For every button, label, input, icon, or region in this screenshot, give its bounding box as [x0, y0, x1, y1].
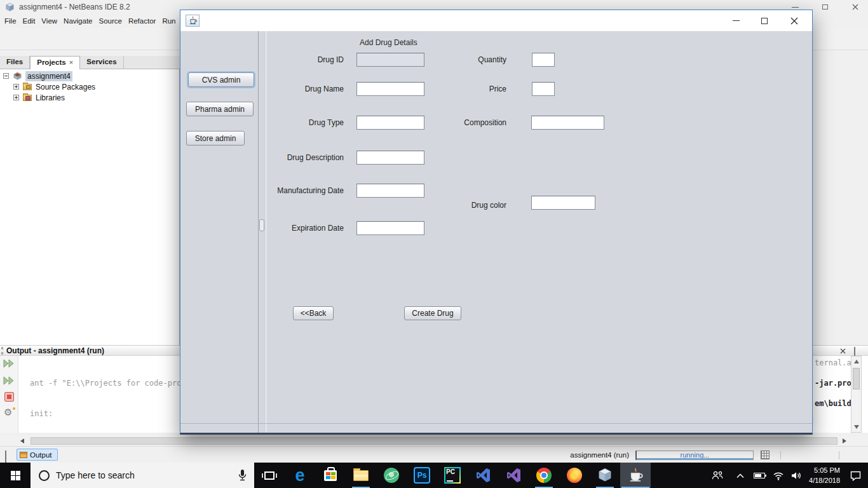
- taskbar-search[interactable]: [31, 463, 254, 488]
- battery-icon: [754, 473, 765, 478]
- network-status[interactable]: [769, 463, 788, 488]
- tree-node-label[interactable]: Source Packages: [36, 83, 95, 92]
- pharma-admin-button[interactable]: Pharma admin: [186, 102, 254, 116]
- restore-panel-icon[interactable]: [5, 451, 6, 463]
- java-maximize-button[interactable]: [754, 14, 775, 27]
- libraries-folder-icon: [23, 95, 32, 101]
- edge-icon: e: [295, 467, 304, 484]
- microphone-icon[interactable]: [237, 469, 248, 482]
- stop-button[interactable]: [4, 392, 14, 402]
- console-line: ant -f "E:\\Projects for code-proj: [30, 378, 186, 388]
- collapse-toggle-icon[interactable]: [3, 73, 9, 79]
- status-task-label: assignment4 (run): [534, 451, 629, 459]
- java-close-button[interactable]: [784, 14, 804, 27]
- tray-expand-button[interactable]: [731, 463, 750, 488]
- action-center-button[interactable]: [844, 463, 867, 488]
- java-window-titlebar[interactable]: [180, 10, 812, 31]
- panel-drag-grip[interactable]: [1, 347, 3, 355]
- price-field[interactable]: [532, 82, 555, 96]
- output-window-icon: [20, 452, 27, 458]
- taskbar-app-atom[interactable]: [376, 463, 407, 488]
- netbeans-restore-button[interactable]: [814, 0, 836, 14]
- menu-file[interactable]: File: [1, 15, 20, 27]
- create-drug-button[interactable]: Create Drug: [404, 306, 461, 320]
- wifi-icon: [773, 471, 784, 480]
- taskbar-app-edge[interactable]: e: [285, 463, 315, 488]
- people-button[interactable]: [707, 463, 728, 488]
- taskbar-app-netbeans[interactable]: [590, 463, 620, 488]
- drug-description-field[interactable]: [356, 151, 424, 165]
- expand-toggle-icon[interactable]: [13, 95, 19, 100]
- menu-navigate[interactable]: Navigate: [60, 15, 95, 27]
- battery-status[interactable]: [750, 463, 769, 488]
- tab-projects[interactable]: Projects×: [30, 56, 80, 69]
- java-app-window: CVS admin Pharma admin Store admin Add D…: [180, 10, 813, 435]
- background-process-icon[interactable]: [761, 451, 770, 459]
- taskbar-app-pycharm[interactable]: PC: [437, 463, 468, 488]
- close-icon: [852, 4, 858, 10]
- screen: assignment4 - NetBeans IDE 8.2 File Edit…: [0, 0, 868, 488]
- netbeans-close-button[interactable]: [844, 0, 866, 14]
- drug-color-field[interactable]: [531, 196, 595, 210]
- visual-studio-purple-icon: [506, 468, 521, 483]
- taskbar-app-file-explorer[interactable]: [346, 463, 376, 488]
- quantity-label: Quantity: [392, 55, 506, 64]
- clock-time: 5:05 PM: [798, 465, 840, 475]
- output-minimized-tab[interactable]: Output: [17, 449, 58, 461]
- scroll-down-icon[interactable]: [854, 425, 859, 429]
- taskbar-app-chrome[interactable]: [529, 463, 559, 488]
- manufacturing-date-field[interactable]: [356, 184, 424, 198]
- scrollbar-thumb[interactable]: [853, 368, 860, 390]
- scrollbar-thumb[interactable]: [31, 437, 837, 445]
- rerun-button[interactable]: [3, 359, 15, 368]
- manufacturing-date-label: Manufacturing Date: [198, 186, 344, 195]
- taskbar-app-store[interactable]: [315, 463, 346, 488]
- clock-date: 4/18/2018: [798, 475, 840, 485]
- back-button[interactable]: <<Back: [293, 306, 334, 320]
- tree-node-label[interactable]: Libraries: [36, 93, 65, 102]
- store-admin-button[interactable]: Store admin: [186, 131, 245, 146]
- tree-node-libraries[interactable]: Libraries: [0, 93, 180, 103]
- start-button[interactable]: [0, 463, 31, 488]
- tab-files[interactable]: Files: [0, 56, 30, 69]
- scroll-left-icon[interactable]: [20, 438, 24, 444]
- java-minimize-button[interactable]: [726, 14, 746, 27]
- progress-label: running...: [681, 451, 710, 459]
- quantity-field[interactable]: [532, 53, 555, 67]
- taskbar-app-photoshop[interactable]: Ps: [407, 463, 437, 488]
- search-input[interactable]: [56, 470, 208, 480]
- composition-field[interactable]: [531, 116, 604, 130]
- scroll-up-icon[interactable]: [854, 360, 859, 363]
- expiration-date-field[interactable]: [356, 221, 424, 235]
- scroll-right-icon[interactable]: [843, 438, 846, 444]
- progress-bar: running...: [635, 451, 754, 460]
- minimize-icon: [792, 7, 799, 8]
- console-vertical-scrollbar[interactable]: [851, 356, 862, 433]
- taskbar-clock[interactable]: 5:05 PM 4/18/2018: [798, 465, 840, 485]
- tree-node-source-packages[interactable]: Source Packages: [0, 82, 180, 92]
- taskbar-app-visual-studio-blue[interactable]: [468, 463, 498, 488]
- tree-node-label[interactable]: assignment4: [25, 71, 72, 81]
- tab-services[interactable]: Services: [80, 56, 123, 69]
- expand-toggle-icon[interactable]: [13, 84, 19, 90]
- menu-view[interactable]: View: [38, 15, 60, 27]
- tree-node-assignment4[interactable]: assignment4: [0, 71, 180, 81]
- menu-refactor[interactable]: Refactor: [125, 15, 159, 27]
- taskbar-app-java[interactable]: [620, 463, 651, 488]
- task-view-button[interactable]: [254, 463, 285, 488]
- drug-color-label: Drug color: [392, 201, 506, 210]
- taskbar-app-visual-studio-purple[interactable]: [498, 463, 529, 488]
- tab-close-icon[interactable]: ×: [69, 58, 74, 66]
- output-close-button[interactable]: [840, 348, 846, 354]
- menu-source[interactable]: Source: [95, 15, 125, 27]
- menu-edit[interactable]: Edit: [20, 15, 39, 27]
- horizontal-scrollbar[interactable]: [0, 436, 868, 446]
- visual-studio-blue-icon: [475, 468, 491, 483]
- drug-id-label: Drug ID: [198, 55, 344, 64]
- windows-logo-icon: [11, 471, 20, 480]
- taskbar-app-firefox[interactable]: [559, 463, 590, 488]
- ant-settings-button[interactable]: [4, 407, 15, 418]
- menu-run[interactable]: Run: [159, 15, 179, 27]
- netbeans-window-title: assignment4 - NetBeans IDE 8.2: [19, 3, 130, 11]
- rerun-with-changes-button[interactable]: [3, 376, 15, 385]
